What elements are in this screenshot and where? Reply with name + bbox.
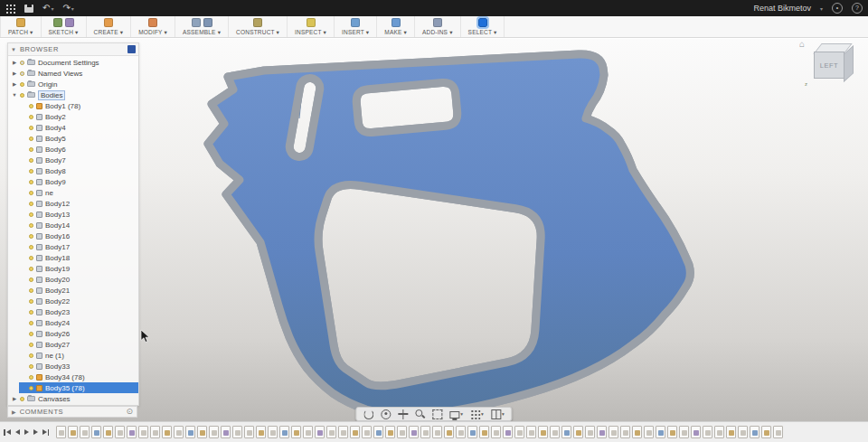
visibility-bulb-icon[interactable]	[29, 147, 33, 152]
timeline-feature-icon[interactable]	[409, 426, 419, 438]
timeline-feature-icon[interactable]	[291, 426, 301, 438]
timeline-feature-icon[interactable]	[127, 426, 137, 438]
timeline-feature-icon[interactable]	[526, 426, 536, 438]
timeline-feature-icon[interactable]	[550, 426, 560, 438]
visibility-bulb-icon[interactable]	[20, 93, 24, 98]
browser-body-item[interactable]: Body5	[19, 133, 138, 144]
create-sketch-icon[interactable]	[53, 18, 62, 27]
timeline-feature-icon[interactable]	[503, 426, 513, 438]
viewcube-home-icon[interactable]: ⌂	[799, 39, 805, 49]
tree-expand-icon[interactable]: ▶	[12, 71, 17, 76]
timeline-feature-icon[interactable]	[338, 426, 348, 438]
viewport-canvas[interactable]: ⌂ LEFT z ▼ BROWSER ▶Document Settings▶Na…	[0, 39, 868, 421]
browser-item-canvases[interactable]: ▶Canvases	[10, 393, 138, 404]
timeline-feature-icon[interactable]	[303, 426, 313, 438]
viewports-icon[interactable]	[491, 409, 501, 419]
timeline-feature-icon[interactable]	[315, 426, 325, 438]
browser-body-item[interactable]: Body12	[19, 198, 138, 209]
browser-item-origin[interactable]: ▶Origin	[10, 79, 138, 89]
timeline-feature-icon[interactable]	[209, 426, 219, 438]
browser-item-named-views[interactable]: ▶Named Views	[10, 68, 138, 79]
timeline-feature-icon[interactable]	[679, 426, 689, 438]
timeline-feature-icon[interactable]	[385, 426, 395, 438]
make-3d-print-icon[interactable]	[392, 18, 401, 27]
visibility-bulb-icon[interactable]	[20, 82, 24, 87]
timeline-feature-icon[interactable]	[150, 426, 160, 438]
toolbar-group-patch[interactable]: PATCH ▾	[0, 16, 42, 37]
visibility-bulb-icon[interactable]	[20, 61, 24, 65]
timeline-feature-icon[interactable]	[467, 426, 477, 438]
visibility-bulb-icon[interactable]	[29, 256, 33, 260]
visibility-bulb-icon[interactable]	[29, 321, 33, 325]
grid-settings-icon[interactable]	[470, 409, 480, 419]
timeline-feature-icon[interactable]	[703, 426, 712, 438]
measure-icon[interactable]	[307, 18, 316, 27]
press-pull-icon[interactable]	[148, 18, 157, 27]
timeline-feature-icon[interactable]	[479, 426, 489, 438]
browser-body-item[interactable]: Body27	[19, 339, 138, 350]
notifications-bell-icon[interactable]: •	[832, 3, 843, 14]
browser-body-item[interactable]: Body16	[19, 230, 138, 241]
zoom-icon[interactable]	[415, 409, 425, 419]
browser-body-item[interactable]: Body7	[19, 155, 138, 165]
timeline-feature-icon[interactable]	[91, 426, 101, 438]
fit-icon[interactable]	[432, 409, 442, 419]
timeline-feature-icon[interactable]	[103, 426, 113, 438]
visibility-bulb-icon[interactable]	[29, 115, 33, 119]
visibility-bulb-icon[interactable]	[29, 267, 33, 271]
new-component-icon[interactable]	[192, 18, 201, 27]
browser-body-item[interactable]: Body22	[19, 296, 138, 306]
comments-expand-icon[interactable]: ▶	[12, 409, 16, 415]
timeline-feature-icon[interactable]	[726, 426, 736, 438]
visibility-bulb-icon[interactable]	[29, 234, 33, 239]
timeline-skip-start-icon[interactable]	[4, 429, 11, 436]
timeline-feature-icon[interactable]	[56, 426, 66, 438]
timeline-feature-icon[interactable]	[279, 426, 289, 438]
visibility-bulb-icon[interactable]	[29, 245, 33, 249]
timeline-feature-icon[interactable]	[656, 426, 665, 438]
select-tool-icon[interactable]	[478, 18, 487, 27]
visibility-bulb-icon[interactable]	[29, 277, 33, 282]
joint-icon[interactable]	[203, 18, 212, 27]
patch-workspace-icon[interactable]	[16, 18, 25, 27]
visibility-bulb-icon[interactable]	[29, 310, 33, 315]
timeline-feature-strip[interactable]	[56, 426, 864, 438]
timeline-feature-icon[interactable]	[326, 426, 336, 438]
timeline-feature-icon[interactable]	[561, 426, 571, 438]
comments-indicator-icon[interactable]: ⊙	[126, 408, 133, 416]
timeline-feature-icon[interactable]	[185, 426, 195, 438]
visibility-bulb-icon[interactable]	[20, 397, 24, 401]
orbit-icon[interactable]	[363, 409, 373, 419]
toolbar-group-assemble[interactable]: ASSEMBLE ▾	[175, 16, 229, 37]
timeline-feature-icon[interactable]	[115, 426, 125, 438]
timeline-play-icon[interactable]	[24, 429, 29, 435]
insert-mesh-icon[interactable]	[351, 18, 360, 27]
visibility-bulb-icon[interactable]	[29, 375, 33, 380]
browser-body-item[interactable]: Body17	[19, 241, 138, 252]
extrude-icon[interactable]	[104, 18, 113, 27]
visibility-bulb-icon[interactable]	[29, 332, 33, 336]
toolbar-group-modify[interactable]: MODIFY ▾	[131, 16, 175, 37]
timeline-feature-icon[interactable]	[761, 426, 771, 438]
timeline-feature-icon[interactable]	[538, 426, 548, 438]
browser-body-item[interactable]: Body8	[19, 165, 138, 176]
timeline-feature-icon[interactable]	[174, 426, 184, 438]
user-menu-caret-icon[interactable]: ▾	[820, 5, 823, 12]
browser-body-item[interactable]: Body35 (78)	[19, 382, 138, 393]
user-account-name[interactable]: Renat Bikmetov	[753, 4, 811, 13]
undo-icon[interactable]: ↶	[42, 4, 50, 13]
timeline-feature-icon[interactable]	[162, 426, 172, 438]
timeline-feature-icon[interactable]	[585, 426, 595, 438]
timeline-feature-icon[interactable]	[197, 426, 207, 438]
display-settings-icon[interactable]	[449, 411, 459, 418]
visibility-bulb-icon[interactable]	[29, 202, 33, 206]
visibility-bulb-icon[interactable]	[20, 71, 24, 76]
construction-plane-icon[interactable]	[253, 18, 262, 27]
timeline-feature-icon[interactable]	[138, 426, 148, 438]
timeline-feature-icon[interactable]	[667, 426, 677, 438]
browser-body-item[interactable]: Body1 (78)	[19, 100, 138, 111]
browser-body-item[interactable]: Body6	[19, 144, 138, 155]
timeline-feature-icon[interactable]	[373, 426, 383, 438]
browser-body-item[interactable]: Body14	[19, 220, 138, 230]
timeline-feature-icon[interactable]	[714, 426, 724, 438]
